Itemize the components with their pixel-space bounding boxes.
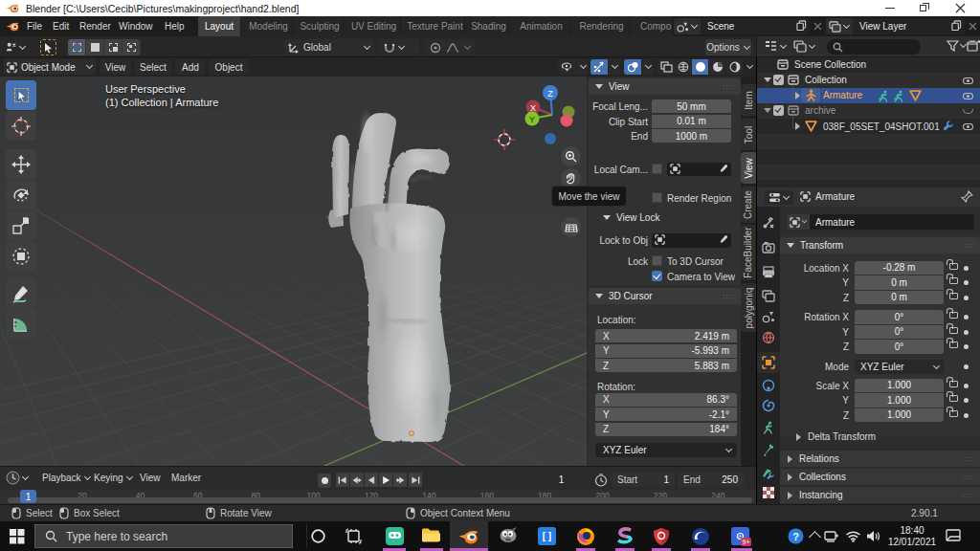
svg-text:X: X: [530, 103, 536, 113]
svg-text:Y: Y: [529, 115, 535, 124]
svg-text:?: ?: [792, 531, 799, 542]
svg-text:Z: Z: [547, 89, 553, 99]
